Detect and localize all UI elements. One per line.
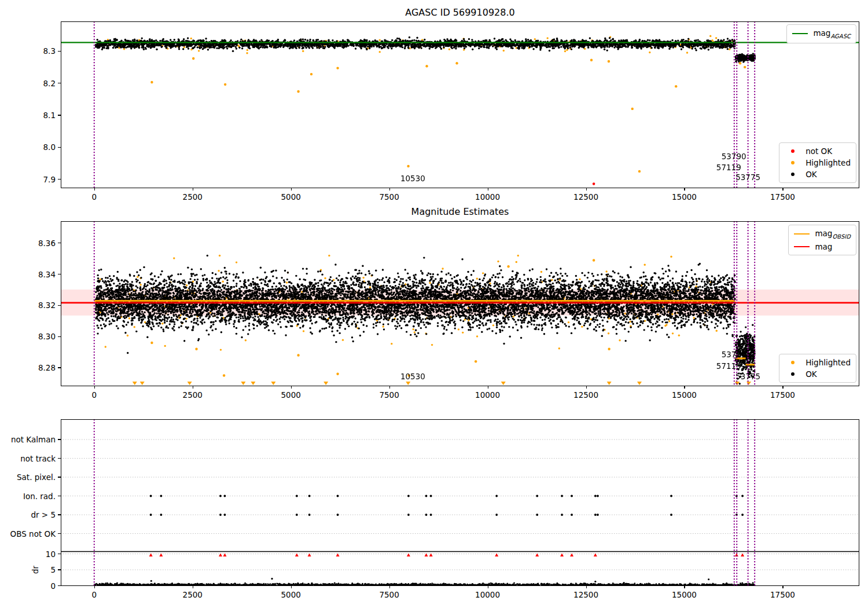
legend-item-highlighted: Highlighted — [785, 358, 851, 367]
axes-flags-dr-plot — [61, 419, 859, 586]
annotation-53790: 53790 — [722, 152, 746, 161]
x-tick-label: 7500 — [379, 192, 399, 202]
x-tickmark — [193, 386, 193, 389]
x-tickmark — [389, 386, 390, 389]
y-tickmark — [58, 496, 61, 496]
legend-label-subscript: OBSID — [832, 233, 851, 240]
y-tickmark — [58, 115, 61, 115]
y-tickmark — [58, 533, 61, 534]
flag-row-label-dr-5: dr > 5 — [31, 510, 56, 519]
x-tickmark — [291, 586, 292, 588]
y-tickmark — [58, 477, 61, 477]
x-tick-label: 15000 — [672, 590, 697, 599]
x-tick-label: 12500 — [573, 390, 598, 400]
legend-item-ok: OK — [785, 369, 851, 379]
legend-label: magAGASC — [813, 28, 851, 39]
y-tick-label: 8.3 — [43, 46, 56, 56]
legend-item-not-ok: not OK — [785, 146, 851, 156]
flag-row-label-obs-not-ok: OBS not OK — [10, 529, 56, 539]
x-tickmark — [586, 586, 587, 588]
legend-line-swatch — [794, 233, 810, 235]
annotation-53775: 53775 — [735, 173, 760, 182]
x-tickmark — [94, 386, 95, 389]
y-tickmark — [58, 554, 61, 554]
figure: AGASC ID 569910928.0 Magnitude Estimates… — [0, 0, 868, 608]
x-tickmark — [782, 386, 783, 389]
legend-item-magagasc: magAGASC — [792, 28, 851, 39]
x-tickmark — [586, 386, 587, 389]
y-tick-label: 8.36 — [38, 239, 56, 248]
y-tickmark — [58, 585, 61, 586]
x-tick-label: 0 — [91, 390, 97, 400]
x-tick-label: 0 — [91, 192, 97, 202]
x-tickmark — [684, 586, 685, 588]
y-tickmark — [58, 147, 61, 148]
x-tickmark — [684, 386, 685, 389]
x-tickmark — [684, 188, 685, 191]
legend-dot-swatch — [791, 149, 795, 153]
y-tick-label: 7.9 — [43, 175, 56, 184]
x-tickmark — [488, 188, 488, 191]
legend-dot-swatch — [791, 361, 795, 364]
x-tickmark — [291, 188, 292, 191]
y-tickmark — [58, 514, 61, 515]
dr-tick-label: 10 — [46, 550, 56, 559]
legend-item-highlighted: Highlighted — [785, 158, 851, 167]
y-tick-label: 8.32 — [38, 301, 56, 310]
annotation-10530: 10530 — [400, 174, 425, 183]
y-tickmark — [58, 83, 61, 83]
x-tick-label: 17500 — [770, 590, 795, 599]
y-tickmark — [58, 336, 61, 337]
y-tick-label: 8.1 — [43, 111, 56, 120]
legend-line-swatch — [792, 33, 808, 34]
y-tickmark — [58, 439, 61, 439]
y-tickmark — [58, 51, 61, 52]
x-tickmark — [193, 586, 193, 588]
legend-box: magAGASC — [786, 24, 856, 43]
y-tickmark — [58, 179, 61, 180]
x-tickmark — [94, 188, 95, 191]
y-tick-label: 8.2 — [43, 79, 56, 88]
legend-item-ok: OK — [785, 170, 851, 179]
x-tick-label: 7500 — [379, 590, 399, 599]
y-tickmark — [58, 367, 61, 368]
legend-item-magobsid: magOBSID — [794, 229, 851, 240]
legend-box: magOBSIDmag — [788, 225, 856, 255]
x-tick-label: 10000 — [475, 390, 500, 400]
x-tick-label: 5000 — [281, 192, 300, 202]
y-tick-label: 8.34 — [38, 270, 56, 279]
legend-label: OK — [806, 170, 816, 179]
x-tick-label: 12500 — [573, 192, 598, 202]
y-tick-label: 8.30 — [38, 332, 56, 341]
plot-title-magnitude-estimates: Magnitude Estimates — [411, 206, 509, 217]
legend-label: magOBSID — [815, 229, 851, 240]
y-tickmark — [58, 569, 61, 570]
x-tick-label: 17500 — [770, 390, 795, 400]
x-tick-label: 12500 — [573, 590, 598, 599]
x-tickmark — [193, 188, 193, 191]
x-tickmark — [782, 586, 783, 588]
x-tick-label: 5000 — [281, 590, 300, 599]
dr-tick-label: 5 — [50, 565, 56, 574]
legend-dot-swatch — [791, 161, 795, 164]
x-tick-label: 5000 — [281, 390, 300, 400]
flag-row-label-not-kalman: not Kalman — [11, 435, 56, 444]
canvas-flags-dr-plot — [61, 419, 859, 586]
legend-label: Highlighted — [806, 158, 851, 167]
y-tickmark — [58, 243, 61, 243]
x-tick-label: 15000 — [672, 192, 697, 202]
annotation-53775: 53775 — [735, 372, 760, 381]
x-tickmark — [94, 586, 95, 588]
legend-box: not OKHighlightedOK — [779, 142, 856, 183]
annotation-57119: 57119 — [716, 361, 741, 371]
x-tick-label: 2500 — [183, 192, 203, 202]
y-tickmark — [58, 274, 61, 274]
y-tick-label: 8.0 — [43, 142, 56, 152]
x-tick-label: 10000 — [475, 590, 500, 599]
x-tick-label: 2500 — [183, 590, 203, 599]
legend-label-subscript: AGASC — [830, 33, 851, 39]
legend-label: mag — [815, 242, 832, 251]
y-tickmark — [58, 305, 61, 306]
x-tickmark — [782, 188, 783, 191]
annotation-10530: 10530 — [400, 372, 425, 381]
